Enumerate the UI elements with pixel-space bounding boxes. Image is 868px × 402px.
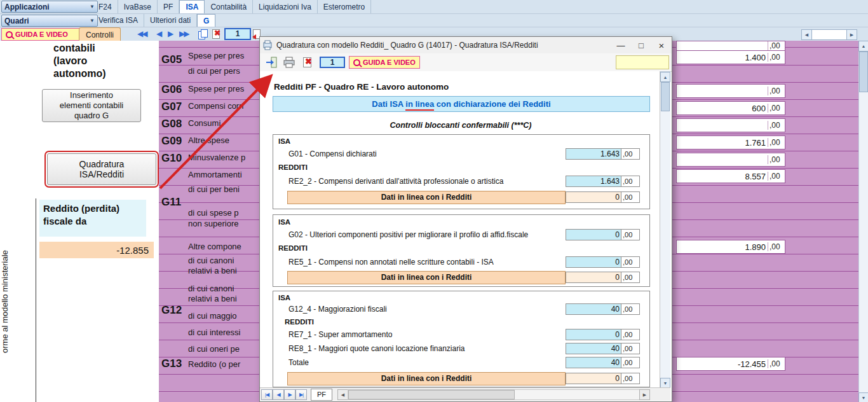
value-number: 1.761 [677,138,768,148]
banner-value-field[interactable]: 0 [566,373,622,384]
dati-in-linea-banner: Dati in linea con i Redditi [287,191,566,204]
dialog-scroll-down-button[interactable]: ▼ [660,378,670,387]
form-value-cell[interactable]: 1.890 ,00 [676,240,785,254]
gcode-g11: G11 [161,196,181,209]
applicazioni-dropdown[interactable]: Applicazioni ▼ [1,1,98,13]
form-value-cell[interactable]: 1.761 ,00 [676,135,785,149]
tab-verifica-isa[interactable]: Verifica ISA [93,14,144,27]
tab-quadro-g[interactable]: G [197,14,215,27]
form-value-cell[interactable]: ,00 [676,118,785,132]
scroll-up-button[interactable]: ▲ [858,41,868,52]
left-heading-line: contabili [53,42,106,55]
scroll-right-button[interactable]: ▶ [846,29,857,40]
tab-liquidazioni-iva[interactable]: Liquidazioni Iva [253,0,318,13]
scroll-thumb[interactable] [859,52,868,92]
delete-check-icon[interactable]: ✖ [212,29,222,39]
tab-esterometro[interactable]: Esterometro [318,0,371,13]
form-value-cell[interactable]: ,00 [676,153,785,167]
scroll-up-icon: ▲ [663,75,668,80]
banner-value-field[interactable]: 0 [566,272,622,283]
form-value-cell[interactable]: ,00 [676,84,785,98]
left-heading-line: autonomo) [53,67,106,80]
dialog-heading: Redditi PF - Quadro RE - Lavoro autonomo [274,82,449,92]
row-value-field[interactable]: 0 [566,256,622,268]
dialog-scroll-up-button[interactable]: ▲ [660,72,670,82]
reddito-perdita-value[interactable]: -12.855 [39,242,154,258]
close-button[interactable]: × [651,38,672,53]
dialog-window-icon [262,40,273,50]
status-field[interactable] [616,55,669,69]
dialog-page-field[interactable]: 1 [320,57,345,68]
scroll-down-button[interactable]: ▼ [858,392,868,402]
controlli-tab[interactable]: Controlli [79,27,121,41]
dati-in-linea-banner: Dati in linea con i Redditi [287,271,566,284]
sheet-tab-pf[interactable]: PF [311,389,332,401]
form-value-cell[interactable]: ,00 [676,41,785,51]
quadratura-isa-redditi-button[interactable]: Quadratura ISA/Redditi [47,153,156,185]
nav-last-icon[interactable]: ▶▶ [179,29,188,38]
form-value-cell[interactable]: -12.455 ,00 [676,357,785,371]
value-number: 600 [677,104,768,113]
tab-ivabase[interactable]: IvaBase [118,0,158,13]
nav-next-icon[interactable]: ▶ [168,29,172,38]
row-value-field[interactable]: 40 [566,357,622,368]
tab-ulteriori-dati[interactable]: Ulteriori dati [144,14,197,27]
row-value-field[interactable]: 0 [566,329,622,340]
form-value-cell[interactable]: 8.557 ,00 [676,169,785,183]
nav-prev-icon[interactable]: ◀ [156,29,161,38]
row-value-field[interactable]: 1.643 [566,148,622,160]
main-vertical-scrollbar[interactable] [858,41,868,402]
dialog-vertical-scrollbar[interactable] [660,71,670,387]
dialog-scroll-thumb[interactable] [661,82,670,111]
dialog-hscroll-right-button[interactable]: ▶ [639,389,650,400]
tab-pf[interactable]: PF [158,0,179,13]
tab-f24[interactable]: F24 [93,0,118,13]
gcode-g10: G10 [161,152,182,165]
banner-decimals-field: ,00 [621,191,640,203]
row-label: di cui canoni [188,284,234,293]
dialog-guida-e-video-button[interactable]: GUIDA E VIDEO [349,56,420,69]
tab-isa[interactable]: ISA [179,0,205,13]
row-value-field[interactable]: 1.643 [566,176,622,187]
form-value-cell[interactable]: 600 ,00 [676,101,785,115]
form-value-cell[interactable]: 1.400 ,00 [676,50,785,64]
copy-pages-icon[interactable] [198,29,207,39]
dialog-hscroll-left-button[interactable]: ◀ [337,389,348,400]
guida-e-video-button[interactable]: GUIDA E VIDEO [1,28,81,41]
banner-value-field[interactable]: 0 [566,191,622,203]
row-value-field[interactable]: 40 [566,343,622,354]
inserimento-elementi-button[interactable]: Inserimento elementi contabili quadro G [42,89,141,122]
dialog-title-bar[interactable]: Quadratura con modello Redditi_ Quadro G… [260,37,672,54]
row-value-field[interactable]: 40 [566,303,622,315]
record-prev-button[interactable]: ◀ [273,389,284,400]
exit-icon[interactable] [265,56,278,69]
maximize-button[interactable]: □ [631,38,651,53]
quadratura-section: ISA G01 - Compensi dichiarati 1.643 ,00 … [273,134,650,209]
tab-contabilita[interactable]: Contabilità [205,0,253,13]
gcode-g09: G09 [161,135,182,148]
minimize-button[interactable]: — [611,38,631,53]
row-value-field[interactable]: 0 [566,229,622,240]
record-next-button[interactable]: ▶ [284,389,295,400]
dialog-content: Redditi PF - Quadro RE - Lavoro autonomo… [260,71,670,387]
dialog-hscroll-thumb[interactable] [348,390,515,399]
row-decimals-field: ,00 [621,229,640,240]
record-last-button[interactable]: ▶| [295,389,307,400]
button-line: Inserimento [70,90,113,100]
print-icon[interactable] [283,56,295,69]
scroll-left-button[interactable]: ◀ [801,29,812,40]
nav-first-icon[interactable]: ◀◀ [137,29,146,38]
magnifier-icon [353,59,360,66]
button-line: ISA/Redditi [79,169,124,179]
quadri-dropdown[interactable]: Quadri ▼ [1,15,98,27]
isa-section-label: ISA [278,218,290,226]
row-label: Compensi corri [188,101,243,111]
gcode-g13: G13 [161,357,182,370]
dialog-toolbar: ✖ 1 GUIDA E VIDEO [260,53,672,72]
value-decimals: ,00 [768,121,785,130]
row-decimals-field: ,00 [621,303,640,315]
record-last-icon: ▶| [299,392,303,398]
record-first-button[interactable]: |◀ [261,389,273,400]
page-number-field[interactable]: 1 [224,28,251,40]
delete-check-icon[interactable]: ✖ [302,56,313,67]
